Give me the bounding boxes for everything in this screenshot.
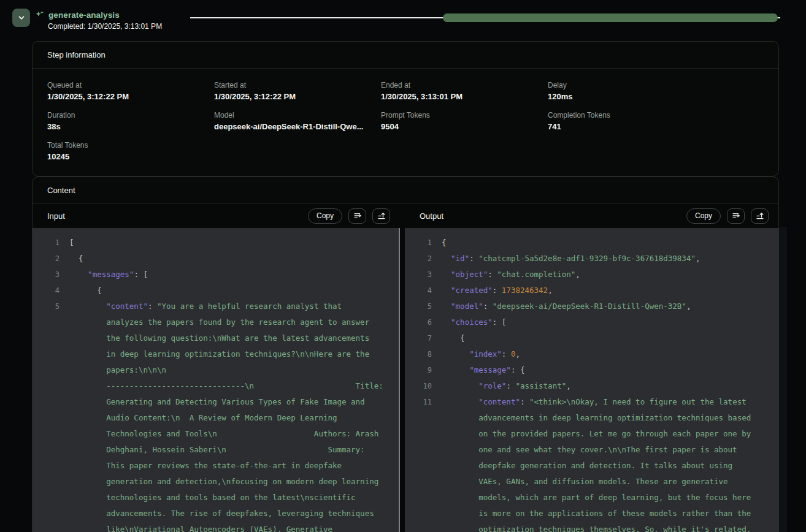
line-number [405,490,432,506]
line-number [33,458,59,474]
line-number: 4 [33,283,59,298]
line-number [33,378,59,394]
step-title: generate-analysis [48,10,120,20]
code-text: "content": "<think>\nOkay, I need to fig… [432,394,747,410]
code-line: 2 "id": "chatcmpl-5a5d2e8e-adf1-9329-bf9… [405,251,778,267]
line-number: 6 [405,314,432,330]
code-text: Generating and Detecting Various Types o… [59,394,365,410]
code-line: like\nVariational Autoencoders (VAEs), G… [33,522,400,532]
line-number: 3 [405,267,432,283]
code-text: { [59,283,102,298]
code-text: on the provided papers. Let me go throug… [432,426,751,442]
code-line: advancements. The rise of deepfakes, lev… [33,506,400,522]
code-text: "index": 0, [432,346,520,362]
code-text: analyzes the papers found by the researc… [59,314,369,330]
field-prompt-tokens: Prompt Tokens 9504 [381,111,548,131]
line-number [33,394,59,410]
input-scrollbar[interactable] [399,228,400,532]
code-line: 9 "message": { [405,362,778,378]
code-text: like\nVariational Autoencoders (VAEs), G… [59,522,332,532]
code-text: Dehghani, Hossein Saberi\n Summary: [59,442,365,458]
line-number [33,346,59,362]
code-text: { [432,235,447,251]
field-duration: Duration 38s [47,111,214,131]
code-line: Dehghani, Hossein Saberi\n Summary: [33,442,400,458]
code-line: ------------------------------\n Title: [33,378,400,394]
code-line: 4 "created": 1738246342, [405,283,778,298]
input-wrap-text-button[interactable] [348,208,366,224]
code-line: one and see what they cover.\n\nThe firs… [405,442,778,458]
step-information-header: Step information [33,42,778,69]
output-copy-button[interactable]: Copy [686,208,721,224]
output-scroll-to-top-button[interactable] [751,208,769,224]
input-output-split: Input Copy [33,203,778,532]
code-line: Generating and Detecting Various Types o… [33,394,400,410]
code-text: "model": "deepseek-ai/DeepSeek-R1-Distil… [432,298,691,314]
field-completion-tokens: Completion Tokens 741 [548,111,715,131]
line-number [405,410,432,426]
step-header: generate-analysis Completed: 1/30/2025, … [0,0,806,41]
code-line: 4 { [33,283,400,298]
code-line: technologies and tools based on the late… [33,490,400,506]
code-line: 8 "index": 0, [405,346,778,362]
input-title: Input [47,211,65,221]
sparkles-icon [35,10,44,20]
code-line: analyzes the papers found by the researc… [33,314,400,330]
field-model: Model deepseek-ai/DeepSeek-R1-Distill-Qw… [214,111,381,131]
content-header: Content [33,177,778,203]
code-text: Audio Content:\n A Review of Modern Deep… [59,410,337,426]
code-text: "messages": [ [59,267,148,283]
step-information-panel: Step information Queued at 1/30/2025, 3:… [32,41,779,177]
code-text: papers:\n\n\n [59,362,166,378]
code-line: 10 "role": "assistant", [405,378,778,394]
code-text: in deep learning optimization techniques… [59,346,369,362]
input-scroll-to-top-button[interactable] [372,208,390,224]
code-text: { [59,251,83,267]
code-text: generation and detection,\nfocusing on m… [59,474,378,490]
line-number: 11 [405,394,432,410]
code-line: Technologies and Tools\n Authors: Arash [33,426,400,442]
code-line: 5 "content": "You are a helpful research… [33,298,400,314]
output-wrap-text-button[interactable] [727,208,745,224]
line-number [33,426,59,442]
line-number [33,442,59,458]
content-title: Content [47,186,75,195]
line-number [33,362,59,378]
code-line: models, which are part of deep learning,… [405,490,778,506]
timeline-duration-bar[interactable] [443,13,778,22]
code-line: This paper reviews the state-of-the-art … [33,458,400,474]
line-number: 5 [33,298,59,314]
line-number: 5 [405,298,432,314]
scroll-to-top-icon [755,211,765,221]
code-line: 2 { [33,251,400,267]
code-text: one and see what they cover.\n\nThe firs… [432,442,737,458]
code-text: ------------------------------\n Title: [59,378,383,394]
code-text: Technologies and Tools\n Authors: Arash [59,426,378,442]
code-text: "content": "You are a helpful research a… [59,298,342,314]
code-line: deepfake generation and detection. It ta… [405,458,778,474]
code-line: advancements in deep learning optimizati… [405,410,778,426]
line-number [33,314,59,330]
pane-divider[interactable] [400,203,405,532]
page-scrollbar-track[interactable] [779,227,787,532]
code-line: in deep learning optimization techniques… [33,346,400,362]
input-copy-button[interactable]: Copy [308,208,342,224]
step-completed-timestamp: Completed: 1/30/2025, 3:13:01 PM [48,22,162,31]
output-code-editor[interactable]: 1{2 "id": "chatcmpl-5a5d2e8e-adf1-9329-b… [405,228,778,532]
code-line: 1[ [33,235,400,251]
field-total-tokens: Total Tokens 10245 [47,141,214,161]
collapse-button[interactable] [12,9,30,27]
code-text: advancements. The rise of deepfakes, lev… [59,506,374,522]
code-line: 3 "messages": [ [33,267,400,283]
code-text: the following question:\nWhat are the la… [59,330,369,346]
input-code-editor[interactable]: 1[2 {3 "messages": [4 {5 "content": "You… [33,228,400,532]
code-line: 3 "object": "chat.completion", [405,267,778,283]
input-pane: Input Copy [33,203,400,532]
code-text: This paper reviews the state-of-the-art … [59,458,342,474]
line-number [405,426,432,442]
code-line: the following question:\nWhat are the la… [33,330,400,346]
chevron-down-icon [17,13,26,22]
line-number: 1 [33,235,59,251]
input-pane-header: Input Copy [33,203,400,228]
code-text: [ [59,235,74,251]
